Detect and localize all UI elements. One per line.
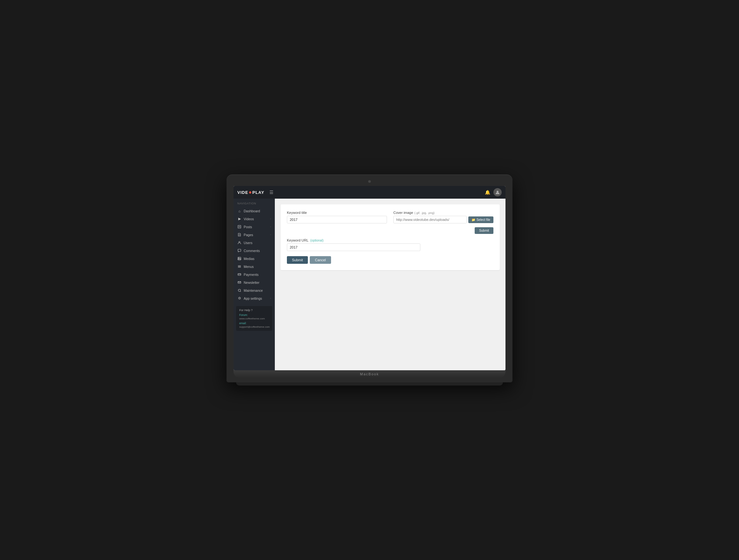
comments-icon xyxy=(237,249,242,253)
sidebar-item-dashboard[interactable]: ⌂ Dashboard xyxy=(234,207,275,215)
users-icon xyxy=(237,241,242,245)
keyword-url-group: Keyword URL (optional) xyxy=(287,238,493,251)
form-actions: Submit Cancel xyxy=(287,256,493,264)
laptop-wrapper: VIDE PLAY ☰ 🔔 xyxy=(227,174,512,386)
sidebar: Navigation ⌂ Dashboard ▶ Videos › xyxy=(234,198,275,370)
sidebar-item-label: Payments xyxy=(244,273,271,277)
logo-dot xyxy=(249,191,251,193)
keyword-title-group: Keyword title xyxy=(287,211,387,234)
nav-label: Navigation xyxy=(234,198,275,207)
chevron-right-icon: › xyxy=(270,233,271,236)
menus-icon xyxy=(237,264,242,269)
logo: VIDE PLAY xyxy=(237,190,264,195)
sidebar-item-label: Comments xyxy=(244,249,271,253)
sidebar-item-label: Users xyxy=(244,241,271,245)
maintenance-icon xyxy=(237,288,242,292)
keyword-url-input[interactable] xyxy=(287,244,420,251)
select-file-button[interactable]: 📁 Select file xyxy=(468,217,493,223)
avatar[interactable] xyxy=(493,188,502,196)
pages-icon xyxy=(237,233,242,237)
cover-image-group: Cover image (.gif, .jpg, .png) 📁 Select … xyxy=(393,211,493,234)
camera xyxy=(368,180,371,183)
video-icon: ▶ xyxy=(237,217,242,221)
medias-icon xyxy=(237,257,242,261)
cover-image-input[interactable] xyxy=(393,216,467,224)
sidebar-item-label: Pages xyxy=(244,233,268,237)
help-box: For Help ? Forum: www.coffeetheme.com em… xyxy=(236,306,272,331)
sidebar-item-maintenance[interactable]: Maintenance xyxy=(234,286,275,294)
sidebar-item-users[interactable]: Users xyxy=(234,239,275,247)
sidebar-item-comments[interactable]: Comments xyxy=(234,247,275,255)
laptop-bottom xyxy=(236,382,503,386)
keyword-title-label: Keyword title xyxy=(287,211,387,215)
screen-bezel: VIDE PLAY ☰ 🔔 xyxy=(227,174,512,382)
posts-icon xyxy=(237,225,242,229)
sidebar-item-label: Menus xyxy=(244,265,271,269)
sidebar-item-label: Maintenance xyxy=(244,289,271,292)
chevron-right-icon: › xyxy=(270,225,271,228)
top-row: Keyword title Cover image (.gif, .jpg, .… xyxy=(287,211,493,234)
laptop-base: MacBook xyxy=(234,370,505,378)
logo-text-2: PLAY xyxy=(252,190,264,195)
sidebar-item-posts[interactable]: Posts › xyxy=(234,223,275,231)
sidebar-item-label: App settings xyxy=(244,296,268,300)
topbar-left: VIDE PLAY ☰ xyxy=(237,188,275,196)
sidebar-item-medias[interactable]: Medias xyxy=(234,255,275,263)
topbar-right: 🔔 xyxy=(485,188,502,196)
payments-icon xyxy=(237,272,242,277)
email-label: email: xyxy=(239,322,269,325)
settings-icon: ⚙ xyxy=(237,296,242,300)
forum-label: Forum: xyxy=(239,313,269,316)
chevron-right-icon: › xyxy=(270,218,271,220)
sidebar-item-label: Medias xyxy=(244,257,271,261)
sidebar-item-payments[interactable]: Payments xyxy=(234,270,275,278)
sidebar-item-app-settings[interactable]: ⚙ App settings › xyxy=(234,294,275,302)
svg-rect-1 xyxy=(238,225,241,228)
bell-icon[interactable]: 🔔 xyxy=(485,190,490,195)
sidebar-item-label: Videos xyxy=(244,217,268,221)
keyword-url-label: Keyword URL (optional) xyxy=(287,238,493,242)
logo-text-1: VIDE xyxy=(237,190,248,195)
sidebar-item-newsletter[interactable]: Newsletter xyxy=(234,278,275,286)
keyword-title-input[interactable] xyxy=(287,216,387,224)
cancel-button[interactable]: Cancel xyxy=(310,256,331,264)
forum-url[interactable]: www.coffeetheme.com xyxy=(239,317,269,320)
svg-rect-7 xyxy=(238,249,241,251)
home-icon: ⌂ xyxy=(237,209,242,213)
help-title: For Help ? xyxy=(239,309,269,312)
optional-label: (optional) xyxy=(310,239,324,242)
laptop-screen: VIDE PLAY ☰ 🔔 xyxy=(234,186,505,370)
email-value[interactable]: support@coffeetheme.com xyxy=(239,325,269,328)
newsletter-icon xyxy=(237,280,242,284)
sidebar-item-pages[interactable]: Pages › xyxy=(234,231,275,239)
select-file-label: Select file xyxy=(476,218,490,222)
cover-image-formats: (.gif, .jpg, .png) xyxy=(414,211,434,215)
cover-label-row: Cover image (.gif, .jpg, .png) xyxy=(393,211,493,215)
laptop-brand: MacBook xyxy=(360,372,379,376)
form-card: Keyword title Cover image (.gif, .jpg, .… xyxy=(281,204,500,270)
sidebar-item-label: Dashboard xyxy=(244,209,271,213)
sidebar-item-label: Newsletter xyxy=(244,281,271,284)
sidebar-item-label: Posts xyxy=(244,225,268,229)
hamburger-icon[interactable]: ☰ xyxy=(268,188,275,196)
submit-button[interactable]: Submit xyxy=(287,256,308,264)
main-layout: Navigation ⌂ Dashboard ▶ Videos › xyxy=(234,198,505,370)
sidebar-item-menus[interactable]: Menus xyxy=(234,263,275,270)
app-container: VIDE PLAY ☰ 🔔 xyxy=(234,186,505,370)
chevron-right-icon: › xyxy=(270,297,271,300)
submit-right-button[interactable]: Submit xyxy=(475,227,493,234)
content-area: Keyword title Cover image (.gif, .jpg, .… xyxy=(275,198,505,370)
cover-image-label: Cover image xyxy=(393,211,413,215)
topbar: VIDE PLAY ☰ 🔔 xyxy=(234,186,505,198)
sidebar-item-videos[interactable]: ▶ Videos › xyxy=(234,215,275,223)
folder-icon: 📁 xyxy=(471,218,475,222)
